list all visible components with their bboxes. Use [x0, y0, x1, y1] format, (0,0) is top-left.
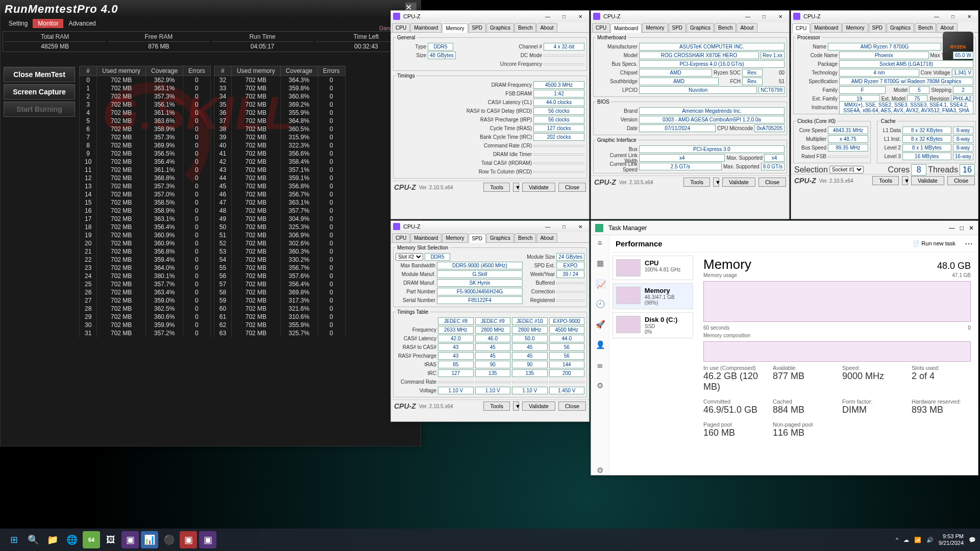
tools-dropdown-icon[interactable]: ▼: [513, 402, 519, 411]
titlebar[interactable]: CPU-Z — □ ✕: [391, 11, 589, 22]
performance-icon[interactable]: 📈: [596, 279, 605, 288]
edge-icon[interactable]: 🌐: [63, 531, 81, 548]
settings-icon[interactable]: ⚙: [596, 466, 605, 475]
tm-card-disk-0--c--[interactable]: Disk 0 (C:)SSD0%: [612, 312, 693, 338]
tab-memory[interactable]: Memory: [442, 23, 468, 33]
tab-spd[interactable]: SPD: [469, 23, 486, 32]
maximize-icon[interactable]: □: [557, 12, 571, 21]
tab-memory[interactable]: Memory: [642, 23, 668, 32]
minimize-icon[interactable]: —: [949, 224, 955, 232]
tab-mainboard[interactable]: Mainboard: [610, 23, 642, 33]
onedrive-icon[interactable]: ☁: [903, 537, 909, 543]
tm-card-memory[interactable]: Memory46.3/47.1 GB (98%): [612, 283, 693, 309]
app-icon-2[interactable]: ⚫: [160, 531, 178, 548]
details-icon[interactable]: ≣: [596, 361, 605, 370]
history-icon[interactable]: 🕘: [596, 299, 605, 309]
close-icon[interactable]: ✕: [574, 12, 587, 21]
services-icon[interactable]: ⚙: [596, 381, 605, 390]
tools-button[interactable]: Tools: [483, 402, 510, 411]
tab-about[interactable]: About: [737, 23, 757, 32]
app-icon-1[interactable]: ▣: [121, 531, 139, 548]
titlebar[interactable]: CPU-Z — □ ✕: [391, 221, 589, 232]
run-new-task-button[interactable]: 📄 Run new task: [909, 238, 960, 249]
close-memtest-button[interactable]: Close MemTest: [4, 67, 75, 82]
processes-icon[interactable]: ▦: [596, 259, 605, 268]
tab-mainboard[interactable]: Mainboard: [811, 23, 842, 32]
minimize-icon[interactable]: —: [541, 12, 554, 21]
search-icon[interactable]: 🔍: [24, 531, 42, 548]
tab-mainboard[interactable]: Mainboard: [410, 233, 442, 242]
tab-graphics[interactable]: Graphics: [486, 233, 514, 242]
screen-capture-button[interactable]: Screen Capture: [4, 84, 75, 99]
tab-mainboard[interactable]: Mainboard: [410, 23, 442, 32]
tools-button[interactable]: Tools: [483, 183, 510, 192]
tm-card-cpu[interactable]: CPU100% 4.81 GHz: [612, 256, 693, 280]
titlebar[interactable]: CPU-Z — □ ✕: [791, 11, 978, 22]
tab-bench[interactable]: Bench: [514, 233, 536, 242]
titlebar[interactable]: Task Manager — □ ✕: [591, 221, 978, 235]
minimize-icon[interactable]: —: [541, 222, 554, 231]
tab-graphics[interactable]: Graphics: [486, 23, 514, 32]
tab-spd[interactable]: SPD: [669, 23, 687, 32]
menu-advanced[interactable]: Advanced: [63, 19, 101, 28]
tools-button[interactable]: Tools: [683, 178, 710, 187]
close-button[interactable]: Close: [558, 402, 586, 411]
wifi-icon[interactable]: 📶: [914, 537, 921, 543]
close-icon[interactable]: ✕: [969, 224, 974, 232]
clock[interactable]: 9:53 PM9/21/2024: [939, 533, 964, 546]
socket-select[interactable]: Socket #1: [829, 166, 864, 173]
close-icon[interactable]: ✕: [574, 222, 587, 231]
menu-setting[interactable]: Setting: [4, 19, 33, 28]
tab-bench[interactable]: Bench: [915, 23, 936, 32]
start-button[interactable]: ⊞: [5, 531, 22, 548]
maximize-icon[interactable]: □: [557, 222, 571, 231]
tray-expand-icon[interactable]: ^: [896, 537, 898, 543]
tab-about[interactable]: About: [536, 233, 557, 242]
validate-button[interactable]: Validate: [522, 183, 555, 192]
validate-button[interactable]: Validate: [522, 402, 555, 411]
photos-icon[interactable]: 🖼: [102, 531, 119, 548]
tab-graphics[interactable]: Graphics: [887, 23, 914, 32]
close-icon[interactable]: ✕: [963, 12, 976, 21]
hwinfo-icon[interactable]: 📊: [141, 531, 158, 548]
slot-select[interactable]: Slot #2: [396, 253, 423, 261]
tools-dropdown-icon[interactable]: ▼: [713, 178, 719, 187]
tools-dropdown-icon[interactable]: ▼: [513, 183, 519, 192]
tools-dropdown-icon[interactable]: ▼: [902, 176, 908, 185]
menu-monitor[interactable]: Monitor: [33, 19, 63, 28]
tab-bench[interactable]: Bench: [715, 23, 736, 32]
tab-graphics[interactable]: Graphics: [687, 23, 714, 32]
titlebar[interactable]: CPU-Z — □ ✕: [591, 11, 789, 22]
close-button[interactable]: Close: [947, 176, 975, 185]
startup-icon[interactable]: 🚀: [596, 320, 605, 329]
volume-icon[interactable]: 🔊: [926, 537, 934, 543]
minimize-icon[interactable]: —: [930, 12, 943, 21]
more-icon[interactable]: ⋯: [960, 237, 978, 251]
explorer-icon[interactable]: 📁: [44, 531, 61, 548]
tab-cpu[interactable]: CPU: [792, 23, 810, 33]
maximize-icon[interactable]: □: [946, 12, 960, 21]
validate-button[interactable]: Validate: [911, 176, 944, 185]
tab-about[interactable]: About: [536, 23, 557, 32]
hamburger-icon[interactable]: ≡: [596, 238, 605, 247]
app-icon-3[interactable]: ▣: [180, 531, 197, 548]
tab-about[interactable]: About: [937, 23, 957, 32]
users-icon[interactable]: 👤: [596, 340, 605, 349]
minimize-icon[interactable]: —: [741, 12, 754, 21]
maximize-icon[interactable]: □: [960, 224, 964, 232]
close-button[interactable]: Close: [758, 178, 786, 187]
tab-spd[interactable]: SPD: [469, 234, 486, 243]
app-icon-4[interactable]: ▣: [199, 531, 216, 548]
tab-cpu[interactable]: CPU: [392, 23, 410, 32]
tab-spd[interactable]: SPD: [869, 23, 887, 32]
tab-bench[interactable]: Bench: [514, 23, 536, 32]
tab-cpu[interactable]: CPU: [392, 233, 410, 242]
aida64-icon[interactable]: 64: [83, 531, 100, 548]
close-button[interactable]: Close: [558, 183, 586, 192]
tab-memory[interactable]: Memory: [442, 233, 468, 242]
validate-button[interactable]: Validate: [722, 178, 755, 187]
tab-cpu[interactable]: CPU: [592, 23, 610, 32]
tab-memory[interactable]: Memory: [842, 23, 868, 32]
tools-button[interactable]: Tools: [872, 176, 899, 185]
close-icon[interactable]: ✕: [774, 12, 787, 21]
